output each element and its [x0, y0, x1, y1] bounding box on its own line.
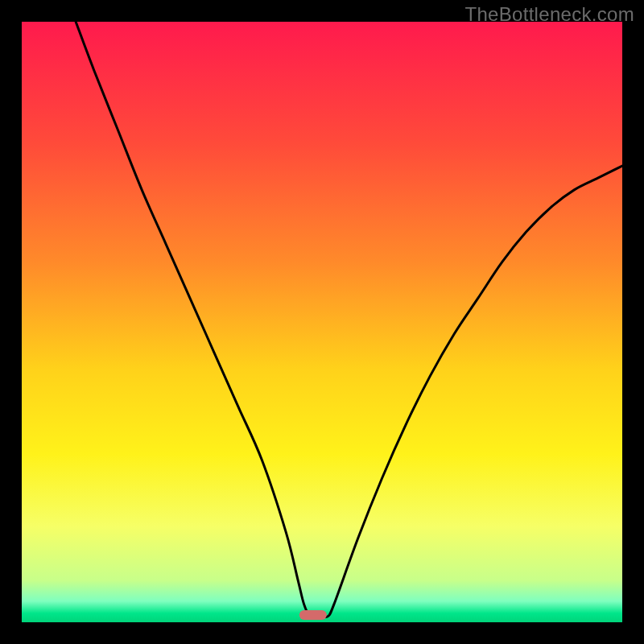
optimal-marker: [299, 610, 327, 620]
plot-svg: [22, 22, 622, 622]
plot-area: [22, 22, 622, 622]
watermark-text: TheBottleneck.com: [464, 3, 634, 26]
chart-frame: TheBottleneck.com: [0, 0, 644, 644]
